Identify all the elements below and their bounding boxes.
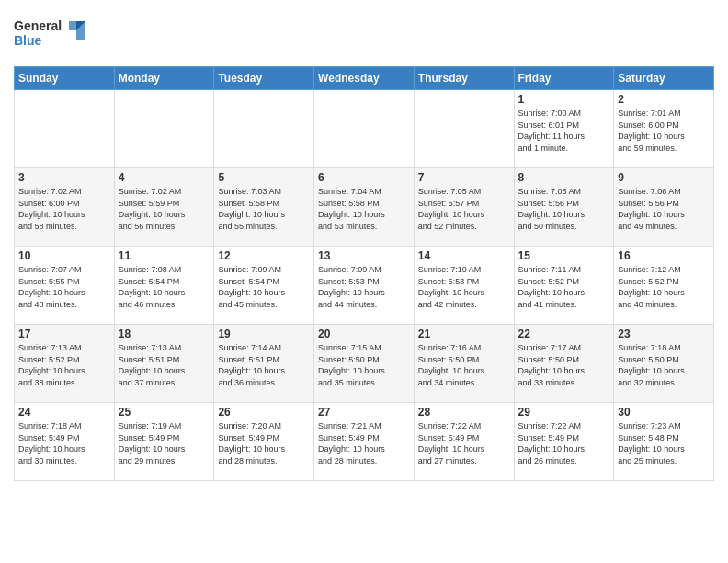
day-number: 28	[418, 406, 510, 419]
day-info: Sunrise: 7:07 AM Sunset: 5:55 PM Dayligh…	[18, 264, 110, 310]
calendar-cell: 7Sunrise: 7:05 AM Sunset: 5:57 PM Daylig…	[414, 168, 514, 247]
day-info: Sunrise: 7:23 AM Sunset: 5:48 PM Dayligh…	[618, 420, 710, 466]
calendar-cell: 16Sunrise: 7:12 AM Sunset: 5:52 PM Dayli…	[614, 247, 714, 325]
calendar-cell: 12Sunrise: 7:09 AM Sunset: 5:54 PM Dayli…	[214, 247, 314, 325]
day-info: Sunrise: 7:02 AM Sunset: 6:00 PM Dayligh…	[18, 186, 110, 232]
day-info: Sunrise: 7:10 AM Sunset: 5:53 PM Dayligh…	[418, 264, 510, 310]
calendar-cell: 4Sunrise: 7:02 AM Sunset: 5:59 PM Daylig…	[114, 168, 214, 247]
calendar-cell: 24Sunrise: 7:18 AM Sunset: 5:49 PM Dayli…	[15, 403, 115, 481]
header: General Blue	[14, 9, 714, 59]
day-number: 8	[518, 171, 610, 184]
day-number: 12	[218, 249, 310, 262]
day-number: 22	[518, 327, 610, 340]
calendar-cell: 13Sunrise: 7:09 AM Sunset: 5:53 PM Dayli…	[314, 247, 415, 325]
day-number: 3	[18, 171, 110, 184]
calendar-cell: 17Sunrise: 7:13 AM Sunset: 5:52 PM Dayli…	[15, 325, 115, 403]
column-header-thursday: Thursday	[414, 67, 514, 90]
calendar-cell: 23Sunrise: 7:18 AM Sunset: 5:50 PM Dayli…	[614, 325, 714, 403]
day-number: 16	[618, 249, 710, 262]
calendar-week-row: 3Sunrise: 7:02 AM Sunset: 6:00 PM Daylig…	[15, 168, 714, 247]
day-info: Sunrise: 7:22 AM Sunset: 5:49 PM Dayligh…	[418, 420, 510, 466]
calendar-cell: 29Sunrise: 7:22 AM Sunset: 5:49 PM Dayli…	[514, 403, 614, 481]
day-number: 4	[119, 171, 210, 184]
day-info: Sunrise: 7:06 AM Sunset: 5:56 PM Dayligh…	[618, 186, 710, 232]
day-number: 20	[318, 327, 410, 340]
calendar-cell: 28Sunrise: 7:22 AM Sunset: 5:49 PM Dayli…	[414, 403, 514, 481]
day-info: Sunrise: 7:13 AM Sunset: 5:52 PM Dayligh…	[18, 342, 110, 388]
calendar-cell: 3Sunrise: 7:02 AM Sunset: 6:00 PM Daylig…	[15, 168, 115, 247]
day-number: 6	[318, 171, 410, 184]
day-number: 14	[418, 249, 510, 262]
calendar-cell: 11Sunrise: 7:08 AM Sunset: 5:54 PM Dayli…	[114, 247, 214, 325]
day-info: Sunrise: 7:01 AM Sunset: 6:00 PM Dayligh…	[618, 108, 710, 154]
day-number: 25	[119, 406, 210, 419]
day-number: 13	[318, 249, 410, 262]
calendar-cell: 15Sunrise: 7:11 AM Sunset: 5:52 PM Dayli…	[514, 247, 614, 325]
calendar-header-row: SundayMondayTuesdayWednesdayThursdayFrid…	[15, 67, 714, 90]
day-number: 23	[618, 327, 710, 340]
calendar-cell: 2Sunrise: 7:01 AM Sunset: 6:00 PM Daylig…	[614, 90, 714, 168]
day-number: 2	[618, 93, 710, 106]
day-info: Sunrise: 7:18 AM Sunset: 5:50 PM Dayligh…	[618, 342, 710, 388]
day-number: 7	[418, 171, 510, 184]
day-number: 1	[518, 93, 610, 106]
day-number: 30	[618, 406, 710, 419]
day-info: Sunrise: 7:05 AM Sunset: 5:56 PM Dayligh…	[518, 186, 610, 232]
calendar-cell	[114, 90, 214, 168]
calendar-cell: 21Sunrise: 7:16 AM Sunset: 5:50 PM Dayli…	[414, 325, 514, 403]
day-number: 19	[218, 327, 310, 340]
day-number: 24	[18, 406, 110, 419]
day-number: 10	[18, 249, 110, 262]
day-number: 11	[119, 249, 210, 262]
day-info: Sunrise: 7:18 AM Sunset: 5:49 PM Dayligh…	[18, 420, 110, 466]
day-info: Sunrise: 7:05 AM Sunset: 5:57 PM Dayligh…	[418, 186, 510, 232]
calendar-week-row: 17Sunrise: 7:13 AM Sunset: 5:52 PM Dayli…	[15, 325, 714, 403]
day-number: 21	[418, 327, 510, 340]
day-number: 18	[119, 327, 210, 340]
svg-text:General: General	[14, 18, 62, 33]
day-info: Sunrise: 7:00 AM Sunset: 6:01 PM Dayligh…	[518, 108, 610, 154]
day-info: Sunrise: 7:13 AM Sunset: 5:51 PM Dayligh…	[119, 342, 210, 388]
calendar-table: SundayMondayTuesdayWednesdayThursdayFrid…	[14, 66, 714, 481]
day-info: Sunrise: 7:03 AM Sunset: 5:58 PM Dayligh…	[218, 186, 310, 232]
calendar-cell: 30Sunrise: 7:23 AM Sunset: 5:48 PM Dayli…	[614, 403, 714, 481]
calendar-cell: 14Sunrise: 7:10 AM Sunset: 5:53 PM Dayli…	[414, 247, 514, 325]
column-header-monday: Monday	[114, 67, 214, 90]
day-info: Sunrise: 7:09 AM Sunset: 5:54 PM Dayligh…	[218, 264, 310, 310]
day-info: Sunrise: 7:09 AM Sunset: 5:53 PM Dayligh…	[318, 264, 410, 310]
day-info: Sunrise: 7:21 AM Sunset: 5:49 PM Dayligh…	[318, 420, 410, 466]
day-info: Sunrise: 7:11 AM Sunset: 5:52 PM Dayligh…	[518, 264, 610, 310]
calendar-cell: 18Sunrise: 7:13 AM Sunset: 5:51 PM Dayli…	[114, 325, 214, 403]
day-info: Sunrise: 7:22 AM Sunset: 5:49 PM Dayligh…	[518, 420, 610, 466]
calendar-cell: 1Sunrise: 7:00 AM Sunset: 6:01 PM Daylig…	[514, 90, 614, 168]
page-container: General Blue SundayMondayTuesdayWednesda…	[0, 0, 728, 486]
column-header-tuesday: Tuesday	[214, 67, 314, 90]
day-number: 9	[618, 171, 710, 184]
calendar-cell	[314, 90, 415, 168]
calendar-week-row: 24Sunrise: 7:18 AM Sunset: 5:49 PM Dayli…	[15, 403, 714, 481]
logo-svg: General Blue	[14, 14, 97, 55]
column-header-saturday: Saturday	[614, 67, 714, 90]
calendar-cell	[414, 90, 514, 168]
calendar-cell: 27Sunrise: 7:21 AM Sunset: 5:49 PM Dayli…	[314, 403, 415, 481]
calendar-week-row: 10Sunrise: 7:07 AM Sunset: 5:55 PM Dayli…	[15, 247, 714, 325]
day-info: Sunrise: 7:02 AM Sunset: 5:59 PM Dayligh…	[119, 186, 210, 232]
calendar-cell: 6Sunrise: 7:04 AM Sunset: 5:58 PM Daylig…	[314, 168, 415, 247]
day-info: Sunrise: 7:17 AM Sunset: 5:50 PM Dayligh…	[518, 342, 610, 388]
calendar-week-row: 1Sunrise: 7:00 AM Sunset: 6:01 PM Daylig…	[15, 90, 714, 168]
calendar-cell: 22Sunrise: 7:17 AM Sunset: 5:50 PM Dayli…	[514, 325, 614, 403]
day-number: 27	[318, 406, 410, 419]
day-info: Sunrise: 7:20 AM Sunset: 5:49 PM Dayligh…	[218, 420, 310, 466]
day-number: 17	[18, 327, 110, 340]
calendar-cell: 19Sunrise: 7:14 AM Sunset: 5:51 PM Dayli…	[214, 325, 314, 403]
day-info: Sunrise: 7:15 AM Sunset: 5:50 PM Dayligh…	[318, 342, 410, 388]
svg-text:Blue: Blue	[14, 33, 42, 48]
column-header-wednesday: Wednesday	[314, 67, 415, 90]
calendar-cell: 25Sunrise: 7:19 AM Sunset: 5:49 PM Dayli…	[114, 403, 214, 481]
day-number: 15	[518, 249, 610, 262]
day-info: Sunrise: 7:14 AM Sunset: 5:51 PM Dayligh…	[218, 342, 310, 388]
day-number: 5	[218, 171, 310, 184]
calendar-cell: 10Sunrise: 7:07 AM Sunset: 5:55 PM Dayli…	[15, 247, 115, 325]
calendar-cell: 26Sunrise: 7:20 AM Sunset: 5:49 PM Dayli…	[214, 403, 314, 481]
column-header-sunday: Sunday	[15, 67, 115, 90]
